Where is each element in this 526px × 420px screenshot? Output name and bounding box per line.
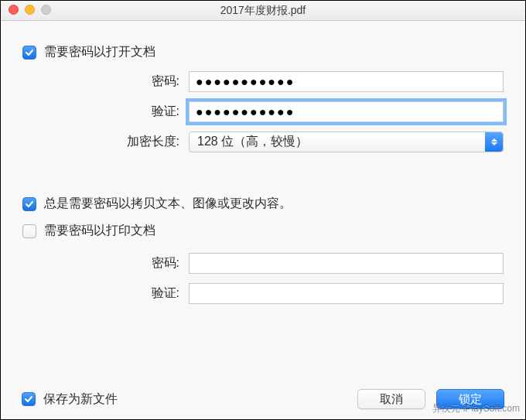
- open-verify-label: 验证:: [22, 104, 189, 120]
- require-open-password-checkbox[interactable]: [22, 46, 36, 60]
- open-verify-input[interactable]: [189, 101, 504, 122]
- perm-verify-input[interactable]: [189, 283, 504, 304]
- perm-password-row: 密码:: [22, 253, 504, 274]
- perm-verify-row: 验证:: [22, 283, 504, 304]
- require-print-checkbox[interactable]: [22, 224, 36, 238]
- always-require-row: 总是需要密码以拷贝文本、图像或更改内容。: [22, 196, 504, 212]
- chevron-updown-icon: [485, 132, 503, 152]
- encryption-select[interactable]: 128 位（高，较慢）: [189, 131, 504, 152]
- window-controls: [9, 5, 51, 15]
- window-title: 2017年度财报.pdf: [220, 4, 306, 18]
- open-verify-row: 验证:: [22, 101, 504, 122]
- require-print-row: 需要密码以打印文档: [22, 223, 504, 239]
- open-password-row: 密码:: [22, 71, 504, 92]
- footer-left: 保存为新文件: [22, 391, 357, 408]
- cancel-button-label: 取消: [380, 392, 403, 407]
- save-new-file-label: 保存为新文件: [43, 391, 118, 408]
- encryption-label: 加密长度:: [22, 134, 189, 150]
- footer: 保存为新文件 取消 锁定: [0, 389, 526, 409]
- confirm-button-label: 锁定: [459, 392, 482, 407]
- always-require-label: 总是需要密码以拷贝文本、图像或更改内容。: [44, 196, 292, 212]
- close-icon[interactable]: [9, 5, 19, 15]
- perm-password-input[interactable]: [189, 253, 504, 274]
- open-password-label: 密码:: [22, 73, 189, 90]
- perm-verify-label: 验证:: [22, 285, 189, 302]
- dialog-content: 需要密码以打开文档 密码: 验证: 加密长度: 128 位（高，较慢） 总: [1, 21, 525, 304]
- require-print-label: 需要密码以打印文档: [44, 223, 155, 239]
- minimize-icon[interactable]: [25, 5, 35, 15]
- encryption-row: 加密长度: 128 位（高，较慢）: [22, 131, 504, 152]
- require-open-password-row: 需要密码以打开文档: [22, 44, 504, 60]
- always-require-checkbox[interactable]: [22, 197, 36, 211]
- titlebar: 2017年度财报.pdf: [1, 1, 525, 21]
- require-open-password-label: 需要密码以打开文档: [44, 44, 155, 60]
- perm-password-label: 密码:: [22, 255, 189, 271]
- maximize-icon: [41, 5, 51, 15]
- open-password-input[interactable]: [189, 71, 504, 92]
- encryption-select-value: 128 位（高，较慢）: [197, 134, 308, 150]
- save-new-file-checkbox[interactable]: [22, 392, 36, 406]
- cancel-button[interactable]: 取消: [357, 389, 425, 409]
- confirm-button[interactable]: 锁定: [436, 389, 504, 409]
